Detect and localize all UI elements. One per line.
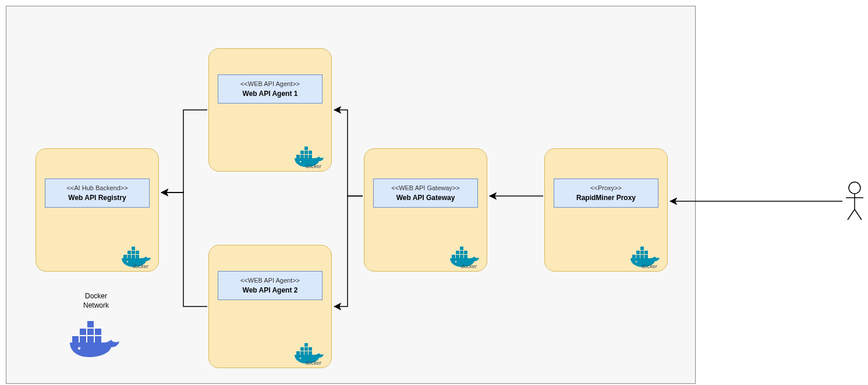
docker-icon: docker	[448, 244, 483, 268]
svg-rect-4	[127, 251, 131, 254]
component-proxy: <<Proxy>> RapidMiner Proxy	[554, 179, 658, 208]
svg-rect-19	[300, 351, 304, 355]
svg-rect-21	[309, 351, 312, 355]
svg-rect-16	[304, 147, 308, 150]
container-proxy: <<Proxy>> RapidMiner Proxy docker	[544, 148, 668, 272]
svg-point-26	[300, 358, 302, 359]
svg-rect-30	[464, 255, 467, 258]
svg-rect-29	[460, 255, 463, 258]
docker-icon: docker	[293, 144, 328, 167]
svg-rect-1	[127, 255, 131, 258]
svg-rect-47	[87, 336, 94, 343]
svg-rect-3	[136, 255, 139, 258]
docker-icon: docker	[293, 341, 328, 364]
svg-rect-18	[296, 351, 300, 355]
docker-icon-label: docker	[133, 263, 148, 269]
svg-point-8	[127, 261, 129, 263]
container-registry: <<AI Hub Backend>> Web API Registry dock…	[36, 148, 159, 272]
svg-rect-15	[309, 151, 312, 154]
svg-rect-36	[632, 255, 636, 258]
svg-rect-9	[296, 155, 300, 158]
svg-rect-46	[80, 336, 86, 343]
docker-network-label: Docker Network	[61, 292, 131, 310]
svg-rect-27	[452, 255, 455, 258]
svg-rect-41	[640, 251, 644, 254]
svg-rect-42	[644, 251, 648, 254]
svg-rect-31	[456, 251, 459, 254]
network-label-line-1: Docker	[85, 292, 107, 300]
svg-rect-43	[640, 247, 644, 250]
component-name: Web API Agent 2	[243, 286, 298, 294]
svg-rect-23	[304, 347, 308, 351]
docker-icon-label: docker	[461, 263, 477, 269]
svg-rect-28	[456, 255, 459, 258]
svg-rect-34	[460, 247, 463, 250]
component-name: Web API Agent 1	[243, 90, 298, 98]
svg-line-60	[855, 209, 862, 220]
component-name: RapidMiner Proxy	[576, 194, 636, 202]
svg-point-56	[849, 182, 860, 194]
docker-icon-label: docker	[306, 163, 321, 169]
svg-rect-52	[87, 321, 94, 327]
svg-line-59	[848, 209, 855, 220]
docker-icon-label: docker	[642, 263, 657, 269]
stereotype-label: <<AI Hub Backend>>	[66, 184, 127, 191]
component-agent-2: <<WEB API Agent>> Web API Agent 2	[218, 271, 323, 300]
component-name: Web API Gateway	[396, 194, 455, 202]
svg-rect-22	[300, 347, 304, 351]
svg-rect-48	[95, 336, 101, 343]
stereotype-label: <<WEB API Agent>>	[240, 80, 300, 87]
svg-rect-39	[644, 255, 648, 258]
svg-rect-32	[460, 251, 463, 254]
svg-rect-37	[636, 255, 640, 258]
svg-rect-50	[87, 329, 94, 335]
container-agent-1: <<WEB API Agent>> Web API Agent 1 docker	[208, 48, 332, 172]
svg-rect-24	[309, 347, 312, 351]
network-label-line-2: Network	[83, 301, 109, 309]
docker-logo-large	[69, 319, 122, 361]
svg-rect-38	[640, 255, 644, 258]
component-name: Web API Registry	[68, 194, 126, 202]
diagram-canvas: <<AI Hub Backend>> Web API Registry dock…	[0, 0, 868, 385]
container-agent-2: <<WEB API Agent>> Web API Agent 2 docker	[208, 245, 332, 368]
svg-rect-14	[304, 151, 308, 154]
svg-rect-25	[304, 343, 308, 347]
svg-rect-10	[300, 155, 304, 158]
svg-rect-6	[136, 251, 139, 254]
stereotype-label: <<WEB API Agent>>	[240, 277, 300, 284]
component-gateway: <<WEB API Gateway>> Web API Gateway	[373, 179, 478, 208]
docker-icon: docker	[120, 244, 155, 268]
svg-rect-40	[636, 251, 640, 254]
component-agent-1: <<WEB API Agent>> Web API Agent 1	[218, 74, 323, 104]
svg-point-17	[300, 161, 302, 163]
svg-rect-2	[132, 255, 135, 258]
docker-icon: docker	[629, 244, 664, 268]
svg-rect-12	[309, 155, 312, 158]
svg-rect-5	[132, 251, 135, 254]
svg-rect-20	[304, 351, 308, 355]
stereotype-label: <<Proxy>>	[590, 184, 622, 191]
svg-rect-0	[123, 255, 127, 258]
svg-rect-51	[95, 329, 101, 335]
container-gateway: <<WEB API Gateway>> Web API Gateway dock…	[364, 148, 487, 272]
svg-point-53	[78, 347, 80, 350]
svg-point-44	[636, 261, 637, 263]
svg-rect-7	[132, 247, 135, 250]
svg-rect-13	[300, 151, 304, 154]
svg-rect-49	[80, 329, 86, 335]
svg-rect-45	[72, 336, 79, 343]
svg-rect-11	[304, 155, 308, 158]
svg-point-35	[455, 261, 457, 263]
component-registry: <<AI Hub Backend>> Web API Registry	[45, 179, 150, 208]
svg-rect-33	[464, 251, 467, 254]
stereotype-label: <<WEB API Gateway>>	[391, 184, 459, 191]
docker-icon-label: docker	[306, 360, 321, 366]
